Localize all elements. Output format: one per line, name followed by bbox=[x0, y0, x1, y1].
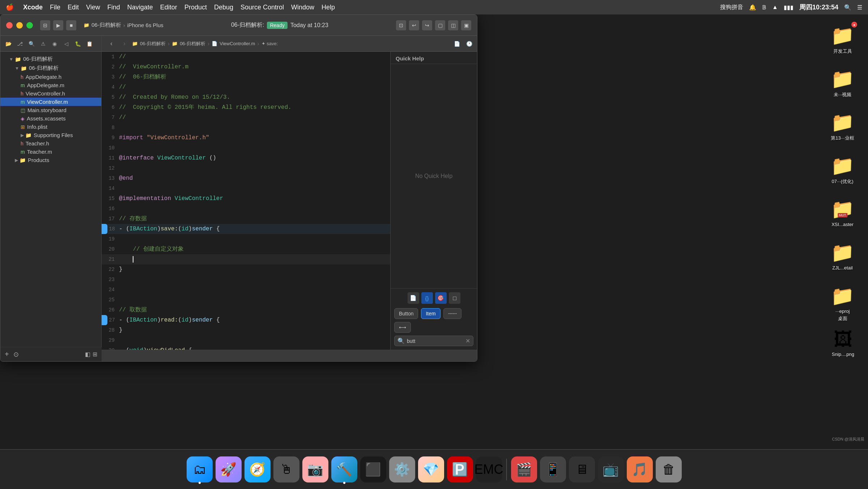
folder-nav-icon[interactable]: 📂 bbox=[3, 39, 13, 49]
menubar-product[interactable]: Product bbox=[184, 4, 207, 11]
dock-item-xcode[interactable]: 🔨 bbox=[331, 456, 357, 482]
desktop-folder-zjl[interactable]: 📁 ZJL...etail bbox=[828, 239, 857, 273]
file-tree-info-plist[interactable]: ⊞ Info.plist bbox=[0, 123, 101, 131]
new-file-icon[interactable]: 📄 bbox=[452, 39, 462, 49]
file-tree-viewcontroller-m[interactable]: m ViewController.m bbox=[0, 98, 101, 106]
file-tree-group[interactable]: ▼ 📁 06-归档解析 bbox=[0, 64, 101, 73]
desktop-folder-13[interactable]: 📁 第13···业框 bbox=[828, 109, 857, 144]
search-input[interactable] bbox=[407, 338, 465, 344]
breakpoints-icon[interactable]: ◉ bbox=[50, 39, 60, 49]
dock-item-app4[interactable]: 🎵 bbox=[627, 456, 653, 482]
widget-dashed[interactable]: ┄┄┄ bbox=[443, 308, 461, 319]
dock-item-settings[interactable]: ⚙️ bbox=[389, 456, 415, 482]
widget-button[interactable]: Button bbox=[394, 308, 418, 319]
menubar-source-control[interactable]: Source Control bbox=[241, 4, 284, 11]
menubar-window[interactable]: Window bbox=[291, 4, 314, 11]
menubar-file[interactable]: File bbox=[50, 4, 60, 11]
close-button[interactable] bbox=[6, 22, 13, 29]
desktop-folder-snip[interactable]: 🖼 Snip....png bbox=[829, 326, 857, 360]
menubar-search[interactable]: 🔍 bbox=[844, 4, 851, 11]
menubar-view[interactable]: View bbox=[86, 4, 100, 11]
line-num-2: 2 bbox=[102, 62, 119, 72]
file-tree-assets[interactable]: ◈ Assets.xcassets bbox=[0, 114, 101, 123]
file-tree-viewcontroller-h[interactable]: h ViewController.h bbox=[0, 89, 101, 98]
dock-item-pockity[interactable]: 🅿️ bbox=[447, 456, 473, 482]
dock-item-media1[interactable]: 🎬 bbox=[511, 456, 537, 482]
widget-item[interactable]: Item bbox=[421, 308, 440, 319]
desktop-folder-xsi[interactable]: 📁 MUT XSI...aster bbox=[828, 195, 857, 230]
file-tree-teacher-h[interactable]: h Teacher.h bbox=[0, 139, 101, 148]
layout-btn-2[interactable]: ↩ bbox=[409, 20, 419, 30]
file-tree-appdelegate-h[interactable]: h AppDelegate.h bbox=[0, 73, 101, 81]
inspector-search[interactable]: 🔍 ✕ bbox=[394, 336, 473, 346]
layout-left[interactable]: ▢ bbox=[435, 20, 445, 30]
dock-item-terminal[interactable]: ⬛ bbox=[360, 456, 386, 482]
menubar-edit[interactable]: Edit bbox=[68, 4, 79, 11]
file-tree-products[interactable]: ▶ 📁 Products bbox=[0, 156, 101, 164]
bc-method[interactable]: ✦ save: bbox=[261, 41, 278, 46]
tests-icon[interactable]: ◁ bbox=[61, 39, 71, 49]
stop-button[interactable]: ■ bbox=[66, 20, 76, 30]
menubar-debug[interactable]: Debug bbox=[214, 4, 233, 11]
bc-folder[interactable]: 06-归档解析 bbox=[180, 41, 205, 47]
maximize-button[interactable] bbox=[26, 22, 33, 29]
bc-file[interactable]: ViewController.m bbox=[220, 41, 255, 46]
dock-item-emc[interactable]: EMC bbox=[476, 456, 502, 482]
code-editor[interactable]: 1 // 2 // ViewController.m 3 // 06-归档解析 … bbox=[102, 52, 390, 350]
nav-back-button[interactable]: ‹ bbox=[106, 38, 117, 49]
info-plist-name: Info.plist bbox=[27, 124, 47, 130]
file-tree-appdelegate-m[interactable]: m AppDelegate.m bbox=[0, 81, 101, 89]
clock-icon[interactable]: 🕐 bbox=[464, 39, 474, 49]
menubar-ime[interactable]: 搜狗拼音 bbox=[720, 4, 743, 11]
file-tree-footer: + ⊙ ◧ ⊞ bbox=[0, 347, 102, 350]
identity-inspector-icon[interactable]: 🎯 bbox=[435, 292, 447, 304]
bc-project[interactable]: 06-归档解析 bbox=[140, 41, 166, 47]
menubar-editor[interactable]: Editor bbox=[160, 4, 177, 11]
desktop-folder-07[interactable]: 📁 07···(优化) bbox=[828, 152, 857, 188]
report-icon[interactable]: 📋 bbox=[84, 39, 94, 49]
file-tree-teacher-m[interactable]: m Teacher.m bbox=[0, 148, 101, 156]
dock-item-launchpad[interactable]: 🚀 bbox=[216, 456, 242, 482]
layout-btn-1[interactable]: ⊡ bbox=[396, 20, 406, 30]
dock-item-mouse[interactable]: 🖱 bbox=[273, 456, 299, 482]
editor-right-icons: 📄 🕐 bbox=[449, 36, 477, 51]
dock-item-finder[interactable]: 🗂 bbox=[187, 456, 213, 482]
file-inspector-icon[interactable]: 📄 bbox=[408, 292, 419, 304]
desktop-folder-kaifa[interactable]: 📁 开发工具 ● bbox=[828, 22, 857, 58]
menubar-list-icon[interactable]: ☰ bbox=[857, 4, 862, 11]
menubar-find[interactable]: Find bbox=[107, 4, 120, 11]
dock-item-app1[interactable]: 📱 bbox=[540, 456, 566, 482]
dock-item-app2[interactable]: 🖥 bbox=[569, 456, 595, 482]
layout-center[interactable]: ◫ bbox=[448, 20, 458, 30]
layout-btn-3[interactable]: ↪ bbox=[422, 20, 432, 30]
file-tree-root[interactable]: ▼ 📁 06-归档解析 bbox=[0, 55, 101, 64]
menubar-help[interactable]: Help bbox=[322, 4, 335, 11]
search-sidebar-icon[interactable]: 🔍 bbox=[26, 39, 37, 49]
sidebar-toggle-button[interactable]: ⊟ bbox=[40, 20, 50, 30]
dock-item-trash[interactable]: 🗑 bbox=[656, 456, 682, 482]
menubar-notification-icon[interactable]: 🔔 bbox=[749, 4, 756, 11]
dock-item-sketch[interactable]: 💎 bbox=[418, 456, 444, 482]
layout-right[interactable]: ▣ bbox=[461, 20, 471, 30]
attributes-inspector-icon[interactable]: ◻ bbox=[449, 292, 460, 304]
run-button[interactable]: ▶ bbox=[53, 20, 63, 30]
dock-item-app3[interactable]: 📺 bbox=[598, 456, 624, 482]
widget-arrow[interactable]: ⟷ bbox=[394, 322, 411, 333]
search-clear-icon[interactable]: ✕ bbox=[465, 337, 470, 344]
nav-forward-button[interactable]: › bbox=[119, 38, 130, 49]
git-icon[interactable]: ⎇ bbox=[15, 39, 25, 49]
menubar-navigate[interactable]: Navigate bbox=[127, 4, 153, 11]
menubar-xcode[interactable]: Xcode bbox=[23, 4, 43, 11]
apple-menu[interactable]: 🍎 bbox=[6, 3, 14, 11]
quick-help-icon[interactable]: {} bbox=[421, 292, 433, 304]
minimize-button[interactable] bbox=[16, 22, 23, 29]
desktop-folder-video[interactable]: 📁 未···视频 bbox=[828, 65, 857, 101]
warning-icon[interactable]: ⚠ bbox=[38, 39, 48, 49]
file-tree-supporting-files[interactable]: ▶ 📁 Supporting Files bbox=[0, 131, 101, 139]
desktop-folder-proj[interactable]: 📁 ···eproj 桌面 bbox=[828, 282, 857, 325]
debug-icon[interactable]: 🐛 bbox=[73, 39, 83, 49]
titlebar-device[interactable]: iPhone 6s Plus bbox=[127, 22, 163, 28]
dock-item-photos[interactable]: 📷 bbox=[302, 456, 328, 482]
dock-item-safari[interactable]: 🧭 bbox=[244, 456, 271, 482]
file-tree-main-storyboard[interactable]: ◫ Main.storyboard bbox=[0, 106, 101, 114]
